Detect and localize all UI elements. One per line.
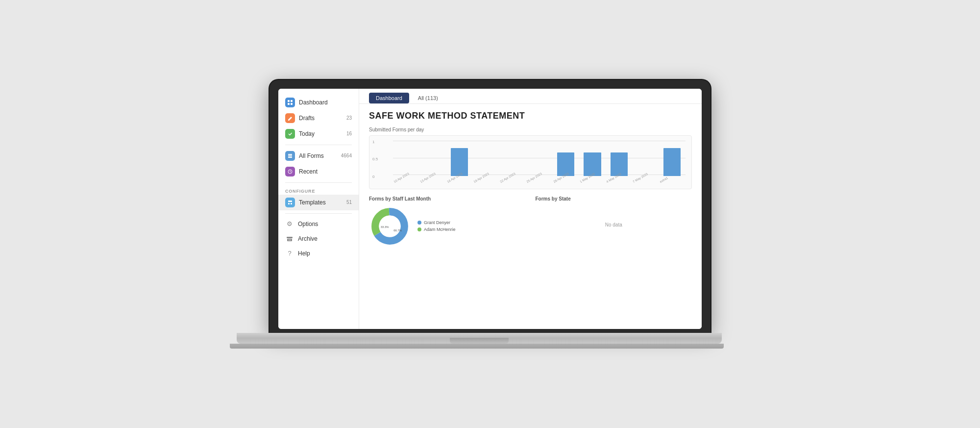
sidebar-divider-2 <box>285 182 352 183</box>
svg-rect-0 <box>288 100 290 102</box>
laptop-screen: Dashboard Drafts 23 <box>278 89 702 329</box>
forms-by-staff-title: Forms by Staff Last Month <box>369 196 526 201</box>
sidebar: Dashboard Drafts 23 <box>278 89 359 329</box>
sidebar-options-label: Options <box>298 221 352 227</box>
legend-dot-blue <box>417 221 421 225</box>
legend-label-1: Adam McHenrie <box>424 227 456 232</box>
options-icon: ⚙ <box>285 220 294 228</box>
y-label-05: 0.5 <box>372 157 378 161</box>
sidebar-all-forms-badge: 4664 <box>341 153 352 158</box>
svg-rect-2 <box>288 103 290 105</box>
svg-text:33.3%: 33.3% <box>381 225 390 228</box>
bar-wrapper-7: 1 May 2023 <box>579 141 606 184</box>
sidebar-drafts-badge: 23 <box>346 115 352 121</box>
sidebar-item-templates[interactable]: Templates 51 <box>278 195 359 210</box>
page-title: SAFE WORK METHOD STATEMENT <box>369 111 692 121</box>
svg-rect-11 <box>287 237 293 238</box>
sidebar-drafts-label: Drafts <box>299 115 344 122</box>
sidebar-item-today[interactable]: Today 16 <box>278 126 359 142</box>
templates-icon <box>285 198 295 207</box>
bar-rect-2 <box>451 148 468 176</box>
laptop-bottom <box>230 344 724 349</box>
bar-wrapper-3: 19 Apr 2023 <box>473 141 499 184</box>
drafts-icon <box>285 113 295 123</box>
forms-by-state-card: Forms by State No data <box>536 196 692 247</box>
recent-icon <box>285 167 295 176</box>
svg-rect-8 <box>288 201 292 202</box>
forms-by-staff-card: Forms by Staff Last Month <box>369 196 526 247</box>
sidebar-item-dashboard[interactable]: Dashboard <box>278 95 359 110</box>
bar-chart-container: 0 0.5 1 10 <box>369 135 692 189</box>
svg-rect-13 <box>288 240 291 240</box>
sidebar-today-label: Today <box>299 130 344 137</box>
svg-rect-4 <box>288 154 292 155</box>
sidebar-templates-label: Templates <box>299 199 344 206</box>
sidebar-item-drafts[interactable]: Drafts 23 <box>278 110 359 126</box>
laptop-wrapper: Dashboard Drafts 23 <box>270 80 710 349</box>
x-label-3: 19 Apr 2023 <box>473 172 490 183</box>
archive-icon <box>285 234 294 243</box>
bar-chart-section: Submitted Forms per day 0 0.5 1 <box>369 127 692 189</box>
y-axis-labels: 0 0.5 1 <box>372 140 378 179</box>
chart-area: 10 Apr 202313 Apr 202316 Apr 202319 Apr … <box>384 141 686 184</box>
x-label-0: 10 Apr 2023 <box>393 172 410 183</box>
x-label-4: 22 Apr 2023 <box>499 172 516 183</box>
svg-rect-9 <box>288 203 290 204</box>
sidebar-all-forms-label: All Forms <box>299 152 339 159</box>
sidebar-item-all-forms[interactable]: All Forms 4664 <box>278 148 359 164</box>
bar-chart-title: Submitted Forms per day <box>369 127 692 132</box>
svg-rect-5 <box>288 155 292 156</box>
sidebar-divider-1 <box>285 145 352 145</box>
sidebar-item-help[interactable]: ? Help <box>278 246 359 261</box>
svg-rect-10 <box>291 203 292 204</box>
bar-wrapper-8: 4 May 2023 <box>606 141 632 184</box>
bar-wrapper-6: 28 Apr 2023 <box>553 141 579 184</box>
bar-rect-10 <box>663 148 681 176</box>
laptop-bezel: Dashboard Drafts 23 <box>270 80 710 333</box>
y-label-0: 0 <box>372 175 378 179</box>
dashboard-icon <box>285 98 295 107</box>
bar-wrapper-0: 10 Apr 2023 <box>393 141 419 184</box>
legend-item-0: Grant Denyer <box>417 220 456 225</box>
configure-section-title: CONFIGURE <box>278 186 359 195</box>
sidebar-divider-3 <box>285 213 352 214</box>
bottom-section: Forms by Staff Last Month <box>369 196 692 247</box>
forms-by-state-title: Forms by State <box>536 196 692 201</box>
all-forms-icon <box>285 151 295 161</box>
sidebar-item-options[interactable]: ⚙ Options <box>278 217 359 231</box>
sidebar-templates-badge: 51 <box>346 200 352 205</box>
bars-area: 10 Apr 202313 Apr 202316 Apr 202319 Apr … <box>393 141 686 184</box>
bar-wrapper-9: 7 May 2023 <box>632 141 659 184</box>
donut-container: 33.3% 66.7% Grant Denyer <box>369 205 526 247</box>
y-label-1: 1 <box>372 140 378 144</box>
laptop-base <box>237 333 722 344</box>
app-container: Dashboard Drafts 23 <box>278 89 702 329</box>
x-label-10: extra1 <box>659 176 668 183</box>
tab-dashboard[interactable]: Dashboard <box>369 93 409 103</box>
sidebar-item-archive[interactable]: Archive <box>278 231 359 246</box>
svg-text:66.7%: 66.7% <box>393 228 402 231</box>
svg-rect-3 <box>291 103 293 105</box>
sidebar-today-badge: 16 <box>346 131 352 136</box>
sidebar-dashboard-label: Dashboard <box>299 99 352 106</box>
donut-chart: 33.3% 66.7% <box>369 205 411 247</box>
main-content: Dashboard All (113) SAFE WORK METHOD STA… <box>359 89 702 329</box>
sidebar-archive-label: Archive <box>298 235 352 242</box>
page-content: SAFE WORK METHOD STATEMENT Submitted For… <box>359 104 702 329</box>
sidebar-help-label: Help <box>298 250 352 257</box>
donut-legend: Grant Denyer Adam McHenrie <box>417 220 456 232</box>
x-label-1: 13 Apr 2023 <box>419 172 436 183</box>
bar-wrapper-2: 16 Apr 2023 <box>446 141 473 184</box>
bar-wrapper-1: 13 Apr 2023 <box>419 141 446 184</box>
bar-wrapper-5: 25 Apr 2023 <box>526 141 552 184</box>
tab-all[interactable]: All (113) <box>411 93 445 103</box>
bar-wrapper-4: 22 Apr 2023 <box>499 141 526 184</box>
today-icon <box>285 129 295 139</box>
svg-rect-1 <box>291 100 293 102</box>
x-label-9: 7 May 2023 <box>632 172 648 183</box>
tabs-bar: Dashboard All (113) <box>359 89 702 104</box>
sidebar-item-recent[interactable]: Recent <box>278 164 359 179</box>
legend-label-0: Grant Denyer <box>424 220 450 225</box>
svg-rect-6 <box>288 157 292 158</box>
legend-item-1: Adam McHenrie <box>417 227 456 232</box>
